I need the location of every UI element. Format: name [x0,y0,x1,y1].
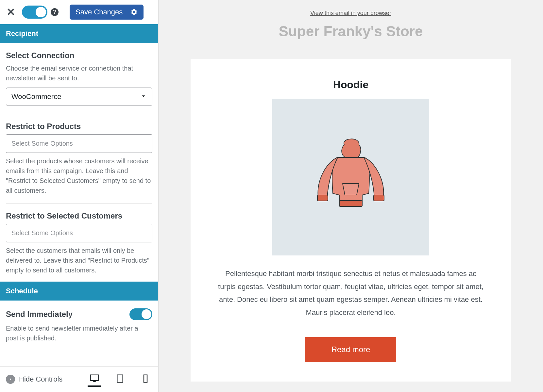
restrict-products-select[interactable]: Select Some Options [6,134,152,153]
chevron-left-icon [6,375,15,384]
close-icon[interactable]: ✕ [5,7,17,17]
tablet-icon[interactable] [113,372,127,387]
restrict-customers-group: Restrict to Selected Customers Select So… [6,211,152,278]
product-image [272,99,429,255]
desktop-icon[interactable] [88,372,101,387]
sidebar: ✕ ? Save Changes Recipient Select Connec… [0,0,159,392]
recipient-panel: Select Connection Choose the email servi… [0,43,158,282]
restrict-customers-select[interactable]: Select Some Options [6,224,152,242]
mobile-icon[interactable] [139,372,152,387]
restrict-customers-label: Restrict to Selected Customers [6,211,152,220]
schedule-panel: Send Immediately Enable to send newslett… [0,301,158,350]
product-description: Pellentesque habitant morbi tristique se… [217,267,485,319]
sidebar-header: ✕ ? Save Changes [0,0,158,24]
hide-controls-button[interactable]: Hide Controls [6,375,62,384]
svg-rect-2 [317,195,328,201]
gear-icon [130,8,138,16]
help-icon[interactable]: ? [51,8,59,16]
connection-group: Select Connection Choose the email servi… [6,51,152,114]
restrict-products-label: Restrict to Products [6,122,152,131]
restrict-products-desc: Select the products whose customers will… [6,156,152,195]
send-immediately-label: Send Immediately [6,310,73,319]
save-button-label: Save Changes [76,8,123,16]
section-schedule[interactable]: Schedule [0,282,158,301]
connection-desc: Choose the email service or connection t… [6,63,152,83]
read-more-button[interactable]: Read more [305,337,397,362]
send-immediately-desc: Enable to send newsletter immediately af… [6,323,152,343]
svg-rect-4 [339,201,362,206]
hide-controls-label: Hide Controls [19,375,62,384]
store-name: Super Franky's Store [159,23,543,53]
view-in-browser-link[interactable]: View this email in your browser [310,10,391,16]
product-title: Hoodie [217,79,485,91]
svg-rect-3 [374,195,384,201]
connection-select[interactable]: WooCommerce [6,88,152,106]
browser-link-wrap: View this email in your browser [159,7,543,23]
connection-label: Select Connection [6,51,152,60]
restrict-customers-desc: Select the customers that emails will on… [6,246,152,275]
save-button[interactable]: Save Changes [70,5,144,20]
device-buttons [88,372,152,387]
email-body: Hoodie [191,59,511,382]
send-immediately-group: Send Immediately Enable to send newslett… [6,308,152,346]
restrict-products-group: Restrict to Products Select Some Options… [6,122,152,204]
section-recipient[interactable]: Recipient [0,24,158,43]
send-immediately-toggle[interactable] [129,308,152,320]
sidebar-footer: Hide Controls [0,366,158,392]
publish-toggle[interactable] [22,6,47,19]
preview-pane: View this email in your browser Super Fr… [159,0,543,392]
